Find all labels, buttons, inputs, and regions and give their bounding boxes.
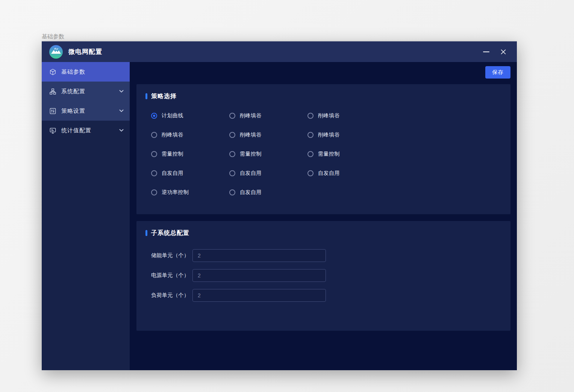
titlebar: 微电网配置	[42, 41, 517, 62]
radio-selected-icon	[151, 113, 157, 119]
sidebar-item-label: 系统配置	[61, 88, 119, 95]
radio-icon	[307, 170, 314, 176]
sidebar-group: 基础参数 系统配置	[42, 62, 130, 121]
radio-icon	[151, 189, 157, 195]
radio-option[interactable]: 逆功率控制	[151, 189, 229, 196]
save-button[interactable]: 保存	[485, 66, 510, 79]
power-units-label: 电源单元（个）	[151, 272, 192, 279]
power-units-input[interactable]	[192, 269, 326, 282]
desktop-background: 基础参数 微电网配置	[0, 0, 574, 392]
window-title: 微电网配置	[68, 47, 102, 56]
monitor-icon	[49, 127, 56, 134]
radio-option[interactable]: 削峰填谷	[229, 132, 307, 138]
radio-icon	[229, 189, 235, 195]
radio-option[interactable]: 自发自用	[229, 170, 307, 177]
microgrid-config-window: 微电网配置	[42, 41, 517, 370]
radio-icon	[151, 132, 157, 138]
sidebar-item-system-config[interactable]: 系统配置	[42, 82, 130, 101]
minimize-button[interactable]	[481, 47, 491, 57]
load-units-input[interactable]	[192, 289, 326, 302]
section-marker	[145, 230, 147, 236]
radio-icon	[307, 132, 314, 138]
storage-units-label: 储能单元（个）	[151, 252, 192, 259]
strategy-radio-grid: 计划曲线 削峰填谷 削峰填谷 削峰填谷	[151, 112, 501, 196]
load-units-label: 负荷单元（个）	[151, 292, 192, 299]
radio-option[interactable]: 需量控制	[229, 151, 307, 157]
radio-icon	[229, 151, 235, 157]
radio-icon	[229, 170, 235, 176]
sidebar: 基础参数 系统配置	[42, 62, 130, 370]
minimize-icon	[483, 51, 489, 52]
radio-icon	[151, 170, 157, 176]
radio-option[interactable]: 削峰填谷	[229, 112, 307, 119]
package-icon	[49, 68, 56, 76]
chevron-down-icon	[119, 90, 124, 93]
sidebar-item-statistics-config[interactable]: 统计值配置	[42, 121, 130, 140]
sidebar-item-label: 基础参数	[61, 68, 124, 76]
sidebar-item-basic-params[interactable]: 基础参数	[42, 62, 130, 82]
form-row: 电源单元（个）	[151, 269, 501, 282]
subsystem-panel: 子系统总配置 储能单元（个） 电源单元（个） 负荷单元（个）	[136, 221, 510, 331]
radio-icon	[229, 113, 235, 119]
close-icon	[500, 49, 506, 55]
radio-option[interactable]: 自发自用	[307, 170, 386, 177]
radio-option[interactable]: 削峰填谷	[307, 132, 386, 138]
close-button[interactable]	[498, 47, 509, 57]
subsystem-form: 储能单元（个） 电源单元（个） 负荷单元（个）	[151, 249, 501, 302]
section-header: 子系统总配置	[145, 229, 501, 237]
main-content: 保存 策略选择 计划曲线 削峰填谷	[130, 62, 517, 370]
hierarchy-icon	[49, 88, 56, 95]
radio-icon	[151, 151, 157, 157]
chevron-down-icon	[119, 129, 124, 132]
radio-option[interactable]: 自发自用	[151, 170, 229, 177]
toolbar: 保存	[130, 62, 517, 84]
radio-option[interactable]: 削峰填谷	[151, 132, 229, 138]
sliders-icon	[49, 107, 56, 115]
chevron-down-icon	[119, 109, 124, 112]
form-row: 负荷单元（个）	[151, 289, 501, 302]
sidebar-item-label: 策略设置	[61, 107, 119, 115]
radio-icon	[229, 132, 235, 138]
sidebar-item-strategy-settings[interactable]: 策略设置	[42, 101, 130, 121]
app-logo-icon	[49, 45, 63, 59]
section-title: 子系统总配置	[151, 229, 189, 237]
sidebar-item-label: 统计值配置	[61, 127, 119, 134]
section-marker	[145, 93, 147, 99]
background-tab-label: 基础参数	[42, 33, 64, 40]
storage-units-input[interactable]	[192, 249, 326, 262]
radio-option[interactable]: 需量控制	[307, 151, 386, 157]
radio-option[interactable]: 计划曲线	[151, 112, 229, 119]
section-header: 策略选择	[145, 92, 501, 100]
strategy-panel: 策略选择 计划曲线 削峰填谷 削峰填谷	[136, 84, 510, 214]
form-row: 储能单元（个）	[151, 249, 501, 262]
radio-icon	[307, 113, 314, 119]
radio-option[interactable]: 自发自用	[229, 189, 307, 196]
section-title: 策略选择	[151, 92, 177, 100]
radio-icon	[307, 151, 314, 157]
background-divider	[42, 40, 517, 41]
radio-option[interactable]: 需量控制	[151, 151, 229, 157]
radio-option[interactable]: 削峰填谷	[307, 112, 386, 119]
